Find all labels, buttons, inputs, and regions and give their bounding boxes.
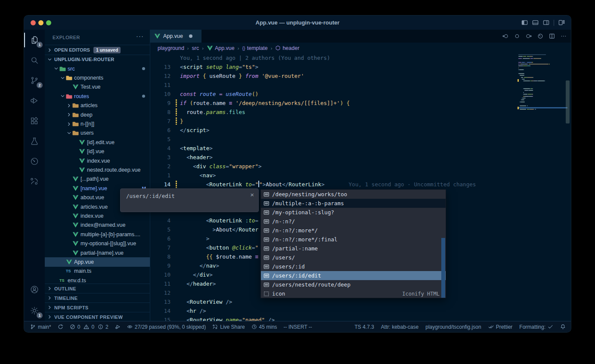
- code-line[interactable]: 4<template>: [150, 144, 571, 153]
- status-attr-case[interactable]: Attr: kebab-case: [381, 324, 418, 330]
- tree-file-multiple-a-b-params-[interactable]: multiple-[a]-[b]-params....: [45, 230, 150, 239]
- more-icon[interactable]: [561, 33, 567, 39]
- modified-dot-icon[interactable]: [189, 34, 192, 38]
- tree-file-main-ts[interactable]: TSmain.ts: [45, 267, 150, 276]
- status-branch[interactable]: main*: [30, 324, 51, 330]
- suggestion--n-n-[interactable]: /n-:n?/: [261, 217, 446, 226]
- suggestion--n-n-more-[interactable]: /n-:n?/:more*/: [261, 226, 446, 235]
- code-line[interactable]: 5: [150, 135, 571, 144]
- code-line[interactable]: 6</script>: [150, 126, 571, 135]
- code-line[interactable]: 14 <hr />: [150, 306, 571, 315]
- section-outline[interactable]: OUTLINE: [45, 284, 150, 293]
- code-line[interactable]: 10const route = useRoute(): [150, 89, 571, 99]
- panel-left-icon[interactable]: [521, 19, 528, 26]
- status-debug[interactable]: [115, 324, 121, 330]
- status-notifications[interactable]: [560, 324, 566, 330]
- more-actions-icon[interactable]: ···: [136, 32, 144, 40]
- activity-run-debug[interactable]: [28, 94, 41, 107]
- change-icon[interactable]: [514, 33, 520, 39]
- suggestion--multiple-a-b-params[interactable]: /multiple-:a-:b-params: [261, 199, 446, 208]
- panel-bottom-icon[interactable]: [532, 19, 539, 26]
- breadcrumb-header[interactable]: header: [275, 45, 299, 51]
- activity-search[interactable]: [28, 54, 41, 67]
- breadcrumb-template[interactable]: {}template: [242, 45, 267, 51]
- tree-folder-routes[interactable]: routes: [45, 92, 150, 101]
- code-line[interactable]: You, 1 second ago | 2 authors (You and o…: [150, 53, 571, 62]
- breadcrumb-app-vue[interactable]: App.vue: [207, 45, 235, 51]
- suggestion--my-optional-slug-[interactable]: /my-optional-:slug?: [261, 208, 446, 217]
- status-formatting[interactable]: Formatting:: [519, 324, 553, 330]
- breadcrumb-playground[interactable]: playground: [158, 45, 184, 51]
- suggestion--users-nested-route-deep[interactable]: /users/nested/route/deep: [261, 280, 446, 289]
- suggestion--users-[interactable]: /users/: [261, 253, 446, 262]
- tree-file--id-vue[interactable]: [id].vue: [45, 147, 150, 156]
- prev-change-icon[interactable]: [502, 33, 508, 39]
- status-warnings[interactable]: 0: [84, 324, 94, 330]
- tree-file-app-vue[interactable]: App.vue: [45, 257, 150, 266]
- close-icon[interactable]: ×: [250, 191, 254, 198]
- code-line[interactable]: 14 <RouterLink to="">About</RouterLink>Y…: [150, 180, 571, 189]
- tree-file-index-vue[interactable]: index.vue: [45, 156, 150, 165]
- layout-icon[interactable]: [558, 19, 565, 26]
- section-vue-component-preview[interactable]: VUE COMPONENT PREVIEW: [45, 312, 150, 321]
- tree-file-test-vue[interactable]: Test.vue: [45, 83, 150, 92]
- open-editors-header[interactable]: OPEN EDITORS 1 unsaved: [45, 45, 150, 55]
- section-timeline[interactable]: TIMELINE: [45, 293, 150, 302]
- code-line[interactable]: 7}: [150, 117, 571, 126]
- split-icon[interactable]: [549, 33, 555, 39]
- project-root-item[interactable]: UNPLUGIN-VUE-ROUTER: [45, 55, 150, 64]
- status-errors[interactable]: 0: [70, 324, 81, 330]
- code-line[interactable]: 2 <div class="wrapper">: [150, 162, 571, 171]
- tree-folder-articles[interactable]: articles: [45, 101, 150, 110]
- status-vim-mode[interactable]: -- INSERT --: [284, 324, 312, 330]
- activity-testing[interactable]: [28, 135, 41, 148]
- tree-file-my-optional-slug-vue[interactable]: my-optional-[[slug]].vue: [45, 239, 150, 248]
- suggestion--n-n-more-final[interactable]: /n-:n?/:more*/:final: [261, 235, 446, 244]
- code-line[interactable]: 8 route.params.files: [150, 108, 571, 117]
- tree-file--path-vue[interactable]: [...path].vue: [45, 175, 150, 184]
- suggestion--partial-name[interactable]: /partial-:name: [261, 244, 446, 253]
- tree-folder-deep[interactable]: deep: [45, 110, 150, 119]
- activity-accounts[interactable]: [28, 283, 41, 296]
- panel-right-icon[interactable]: [543, 19, 549, 26]
- code-line[interactable]: 3 <header>: [150, 153, 571, 162]
- editor-scrollbar[interactable]: [566, 80, 570, 123]
- status-infos[interactable]: 2: [98, 324, 108, 330]
- code-line[interactable]: 9if (route.name ≡ '/deep/nesting/works/[…: [150, 99, 571, 108]
- history-sm-icon[interactable]: [537, 33, 543, 39]
- tree-folder-components[interactable]: components: [45, 73, 150, 82]
- tree-folder-src[interactable]: src: [45, 64, 150, 73]
- status-sync[interactable]: [58, 324, 63, 330]
- tree-file-index-named-vue[interactable]: index@named.vue: [45, 221, 150, 230]
- code-line[interactable]: 12import { useRoute } from '@vue-router': [150, 71, 571, 80]
- tree-file-partial-name-vue[interactable]: partial-[name].vue: [45, 248, 150, 257]
- suggestion--deep-nesting-works-too[interactable]: /deep/nesting/works/too: [261, 190, 446, 199]
- code-line[interactable]: 15 <RouterView name="named" />: [150, 315, 571, 321]
- status-prettier[interactable]: Prettier: [488, 324, 513, 330]
- activity-explorer[interactable]: 1: [28, 34, 41, 46]
- tree-folder-n-n-[interactable]: n-[[n]]: [45, 119, 150, 128]
- minimap[interactable]: [518, 54, 567, 111]
- autocomplete-scrollbar[interactable]: [441, 238, 445, 298]
- section-npm-scripts[interactable]: NPM SCRIPTS: [45, 302, 150, 312]
- activity-history[interactable]: [28, 155, 41, 168]
- breadcrumb-src[interactable]: src: [192, 45, 199, 51]
- suggestion--users-id[interactable]: /users/:id: [261, 262, 446, 271]
- activity-extensions[interactable]: [28, 114, 41, 127]
- code-line[interactable]: 1 <nav>: [150, 171, 571, 180]
- next-change-icon[interactable]: [526, 33, 532, 39]
- status-ts-version[interactable]: TS 4.7.3: [354, 324, 374, 330]
- code-line[interactable]: 13 <RouterView />: [150, 297, 571, 306]
- code-line[interactable]: 11: [150, 80, 571, 89]
- status-tsconfig[interactable]: playground/tsconfig.json: [425, 324, 481, 330]
- status-tests[interactable]: 27/29 passed (93%, 0 skipped): [127, 324, 206, 330]
- tree-folder-users[interactable]: users: [45, 129, 150, 138]
- status-timer[interactable]: 45 mins: [251, 324, 277, 330]
- tree-file-index-vue[interactable]: index.vue: [45, 211, 150, 220]
- tab-app-vue[interactable]: App.vue: [150, 30, 201, 43]
- tree-file--id-edit-vue[interactable]: [id].edit.vue: [45, 138, 150, 147]
- activity-source-control[interactable]: 2: [28, 74, 41, 87]
- activity-settings[interactable]: 1: [28, 304, 41, 317]
- code-line[interactable]: 13<script setup lang="ts">: [150, 62, 571, 71]
- suggestion-icon[interactable]: iconIconify HTML: [261, 289, 446, 298]
